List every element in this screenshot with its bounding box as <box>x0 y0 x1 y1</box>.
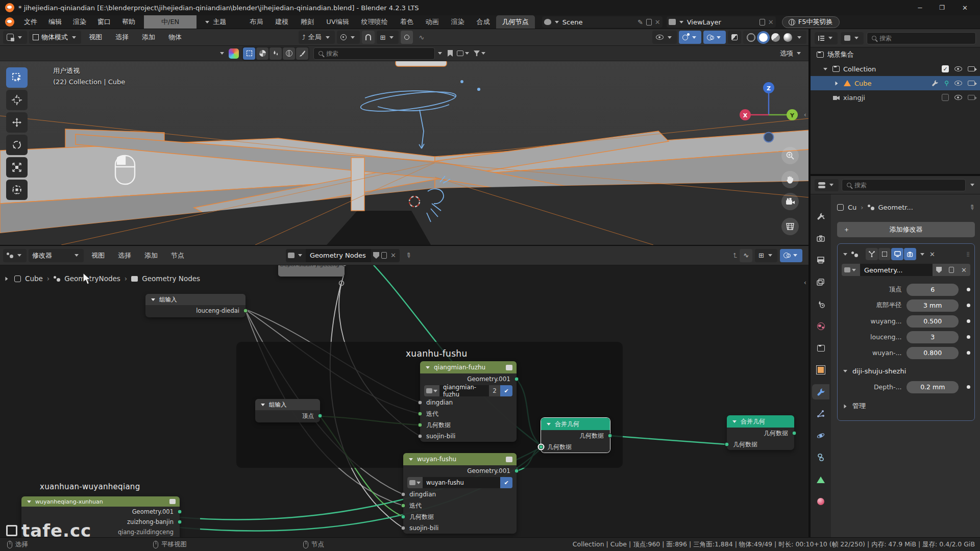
pan-gizmo-button[interactable] <box>781 171 799 188</box>
bookmark-icon[interactable] <box>448 50 453 57</box>
toggle-cage-display[interactable] <box>878 248 891 260</box>
node-qiangmian-fuzhu[interactable]: qiangmian-fuzhu Geometry.001 qiangmian-f… <box>420 361 517 442</box>
outliner-display-mode[interactable] <box>815 32 838 44</box>
display-mode-dropdown[interactable] <box>457 51 471 56</box>
pin-icon[interactable]: ✎ <box>968 203 977 212</box>
outliner-search-input[interactable] <box>879 35 971 42</box>
proportional-edit-toggle[interactable] <box>401 31 413 44</box>
close-viewlayer-icon[interactable]: ✕ <box>768 18 774 26</box>
shading-material-button[interactable] <box>771 33 780 42</box>
tool-move[interactable] <box>6 112 28 133</box>
copy-viewlayer-icon[interactable] <box>760 19 765 26</box>
droplets-icon[interactable] <box>270 47 282 60</box>
copy-scene-icon[interactable] <box>646 19 652 26</box>
tab-particles[interactable] <box>812 406 829 421</box>
node-editor-type-button[interactable] <box>3 249 27 262</box>
filter-dropdown[interactable] <box>474 51 487 56</box>
outliner-collection[interactable]: Collection ✓ <box>811 62 980 76</box>
menu-file[interactable]: 文件 <box>18 17 43 27</box>
tab-scene[interactable] <box>812 296 829 312</box>
nodegroup-name-field[interactable]: Geometry... <box>860 264 933 276</box>
animate-dot[interactable] <box>967 304 970 307</box>
axis-gizmo[interactable]: Z X Y <box>739 81 798 143</box>
tool-select-box[interactable] <box>6 67 28 88</box>
globe-mask-icon[interactable] <box>283 47 295 60</box>
toggle-render-display[interactable] <box>904 248 916 260</box>
animate-dot[interactable] <box>967 319 970 323</box>
node-overlays-dropdown[interactable] <box>780 249 802 262</box>
workspace-tab-uv[interactable]: UV编辑 <box>320 15 355 29</box>
geometry-node-editor[interactable]: xuanhu-fushu Depth-diban-yigeceng 组输入 lo… <box>0 245 810 537</box>
blender-menu-icon[interactable] <box>5 17 14 27</box>
snap-target-dropdown[interactable]: ⊞ <box>377 31 399 44</box>
hide-eye-icon[interactable] <box>954 95 962 100</box>
viewport-menu-add[interactable]: 添加 <box>136 33 161 42</box>
unlink-nodegroup-button[interactable]: ✕ <box>958 264 970 276</box>
workspace-tab-texturepaint[interactable]: 纹理喷绘 <box>355 15 394 29</box>
breadcrumb-modifier[interactable]: Geometr... <box>878 204 913 211</box>
drag-grip-icon[interactable]: ⣿ <box>966 252 970 257</box>
collapse-chevron[interactable] <box>220 52 224 55</box>
menu-help[interactable]: 帮助 <box>116 17 141 27</box>
xray-toggle[interactable] <box>728 31 741 44</box>
render-camera-icon[interactable] <box>968 66 975 71</box>
viewport-menu-view[interactable]: 视图 <box>83 33 108 42</box>
pivot-point-dropdown[interactable] <box>337 31 360 44</box>
field-value-input[interactable]: 6 <box>906 284 959 296</box>
auto-offset-icon[interactable]: ∿ <box>740 249 752 262</box>
node-menu-view[interactable]: 视图 <box>86 251 110 260</box>
modifier-panel[interactable]: ✕ ⣿ Geometry... ✕ 顶点 6 底部半径 3 mm w <box>837 243 975 421</box>
viewport-menu-object[interactable]: 物体 <box>163 33 187 42</box>
tab-render[interactable] <box>812 231 829 246</box>
workspace-tab-animation[interactable]: 动画 <box>420 15 445 29</box>
workspace-tab-modeling[interactable]: 建模 <box>269 15 295 29</box>
outliner-camera-row[interactable]: xiangji <box>811 90 980 105</box>
lang-switch-button[interactable]: F5中英切换 <box>782 16 840 28</box>
workspace-tab-rendering[interactable]: 渲染 <box>445 15 471 29</box>
outliner-search[interactable] <box>867 32 976 44</box>
viewport-3d[interactable]: 物体模式 视图 选择 添加 物体 ⤴全局 ⊞ ∿ <box>0 29 810 245</box>
select-box-icon[interactable] <box>243 47 255 60</box>
field-value-input[interactable]: 0.800 <box>906 347 959 359</box>
shading-solid-button[interactable] <box>759 33 768 42</box>
properties-search-input[interactable] <box>854 182 961 189</box>
collapse-chevron[interactable] <box>843 253 847 256</box>
workspace-tab-sculpt[interactable]: 雕刻 <box>295 15 320 29</box>
copy-node-group-icon[interactable] <box>381 252 387 259</box>
tab-data[interactable] <box>812 472 829 487</box>
breadcrumb-object[interactable]: Cube <box>25 274 43 283</box>
workspace-tab-compositing[interactable]: 合成 <box>471 15 496 29</box>
region-collapse-node[interactable]: ‹ <box>804 279 806 286</box>
node-snap-dropdown[interactable]: ⊞ <box>755 249 777 262</box>
wuyan-group-selector[interactable]: wuyan-fushu ✔ <box>407 477 512 488</box>
animate-dot[interactable] <box>967 351 970 355</box>
section-manage[interactable]: 管理 <box>842 398 970 414</box>
shield-check-icon[interactable]: ✔ <box>500 477 512 488</box>
viewlayer-selector[interactable]: ViewLayer ✕ <box>667 16 776 28</box>
falloff-dropdown[interactable]: ∿ <box>415 31 428 44</box>
collection-checkbox[interactable]: ✓ <box>942 65 949 72</box>
tool-transform[interactable] <box>6 180 28 200</box>
properties-editor-type[interactable] <box>815 179 839 191</box>
breadcrumb-nodetree[interactable]: Geometry Nodes <box>142 274 200 283</box>
sphere-mask-icon[interactable] <box>256 47 268 60</box>
ortho-toggle-button[interactable] <box>781 218 799 235</box>
copy-nodegroup-button[interactable] <box>945 264 958 276</box>
animate-dot[interactable] <box>967 385 970 389</box>
workspace-tab-geometrynodes[interactable]: 几何节点 <box>496 15 535 29</box>
field-value-input[interactable]: 0.500 <box>906 315 959 328</box>
minimize-button[interactable]: ─ <box>918 4 922 12</box>
remove-modifier-icon[interactable]: ✕ <box>929 251 935 258</box>
add-modifier-button[interactable]: ＋ 添加修改器 <box>837 222 975 237</box>
qiangmian-group-selector[interactable]: qiangmian-fuzhu 2 ✔ <box>424 385 512 396</box>
breadcrumb-expand-chevron[interactable] <box>6 277 8 281</box>
expand-chevron[interactable] <box>836 81 838 85</box>
tab-collection[interactable] <box>812 340 829 356</box>
viewport-menu-select[interactable]: 选择 <box>110 33 134 42</box>
workspace-tab-shading[interactable]: 着色 <box>394 15 420 29</box>
menu-edit[interactable]: 编辑 <box>43 17 67 27</box>
tab-object[interactable] <box>812 362 829 378</box>
breadcrumb-object[interactable]: Cu <box>848 204 856 211</box>
tool-cursor[interactable] <box>6 90 28 110</box>
outliner-filter-dropdown[interactable] <box>841 32 864 44</box>
